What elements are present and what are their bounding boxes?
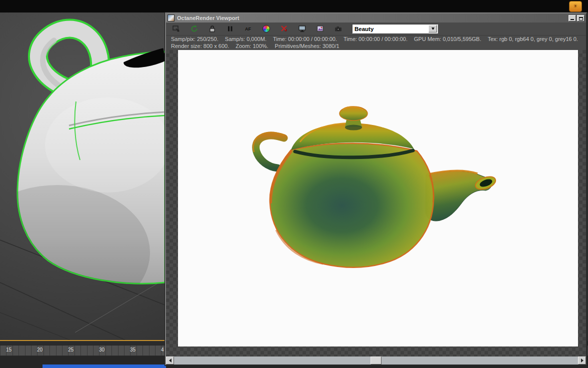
red-cross-arrows-icon [280,24,288,33]
stat-tex: Tex: rgb 0, rgb64 0, grey 0, grey16 0. [488,36,578,42]
teapot-render [178,50,578,346]
maximize-icon [579,17,583,20]
restart-render-button[interactable] [188,24,200,34]
sun-icon[interactable]: ☀ [569,1,582,12]
minimize-button[interactable] [568,15,576,22]
timeline-tick-label: 15 [6,347,12,352]
stat-zoom: Zoom: 100%. [236,43,268,49]
stat-primitives: Primitives/Meshes: 3080/1 [275,43,340,49]
stat-render-size: Render size: 800 x 600. [171,43,229,49]
pick-region-icon [172,24,180,33]
display-button[interactable] [296,24,308,34]
grid-line [0,282,125,340]
timeline-tick-label: 35 [130,347,136,352]
stat-gpu-mem: GPU Mem: 0,010/5,595GB. [414,36,482,42]
body-highlight [45,98,165,192]
stat-samp-pix: Samp/pix: 250/250. [171,36,218,42]
monitor-icon [298,24,306,33]
grid-line [0,312,70,340]
desktop: ☀ [0,0,588,368]
max-viewport[interactable] [0,12,165,341]
white-balance-icon [262,25,270,32]
render-pass-select[interactable]: Beauty [352,24,438,34]
taskbar-fragment[interactable] [42,364,166,368]
stat-time2: Time: 00:00:00 / 00:00:00. [344,36,408,42]
scroll-right-button[interactable] [578,356,586,364]
knob-shadow [345,125,362,130]
scroll-right-icon [581,358,584,362]
top-bar: ☀ [0,0,588,12]
save-image-button[interactable] [314,24,326,34]
camera-button[interactable] [332,24,344,34]
pause-render-button[interactable] [224,24,236,34]
timeline-tick-label: 25 [68,347,74,352]
lock-resolution-button[interactable] [206,24,218,34]
maximize-button[interactable] [577,15,584,22]
restart-render-icon [190,24,198,33]
scroll-left-button[interactable] [166,356,174,364]
octane-window: OctaneRender Viewport [165,12,587,366]
pick-region-button[interactable] [170,24,182,34]
teapot-model-3d[interactable] [0,12,165,340]
autofocus-button[interactable]: AF [242,24,254,34]
render-stats-line2: Render size: 800 x 600.Zoom: 100%.Primit… [166,43,586,50]
render-teapot-body [270,144,434,268]
save-image-icon [316,24,324,33]
render-area [166,50,586,356]
minimize-icon [570,19,574,20]
lock-icon [208,24,216,33]
camera-icon [334,24,342,33]
timeline-tick-label: 20 [37,347,42,352]
scrollbar-track[interactable] [174,356,578,364]
reset-view-button[interactable] [278,24,290,34]
stat-time1: Time: 00:00:00 / 00:00:00. [273,36,337,42]
window-title: OctaneRender Viewport [177,15,240,21]
octane-toolbar: AF [166,22,586,36]
chevron-down-icon[interactable] [428,25,437,32]
render-stats-line1: Samp/pix: 250/250.Samp/s: 0,000M.Time: 0… [166,36,586,43]
timeline-tick-label: 4 [161,347,164,352]
timeline-tick-label: 30 [99,347,104,352]
pause-icon [226,24,234,33]
render-canvas[interactable] [178,50,578,346]
octane-titlebar[interactable]: OctaneRender Viewport [166,14,586,22]
octane-app-icon [168,14,174,22]
stat-samp-s: Samp/s: 0,000M. [225,36,266,42]
scroll-left-icon [169,358,172,362]
horizontal-scrollbar[interactable] [166,356,586,364]
render-teapot-handle [256,136,284,168]
render-pass-value: Beauty [354,26,374,32]
autofocus-icon: AF [245,26,251,32]
scrollbar-thumb[interactable] [370,356,382,364]
white-balance-button[interactable] [260,24,272,34]
